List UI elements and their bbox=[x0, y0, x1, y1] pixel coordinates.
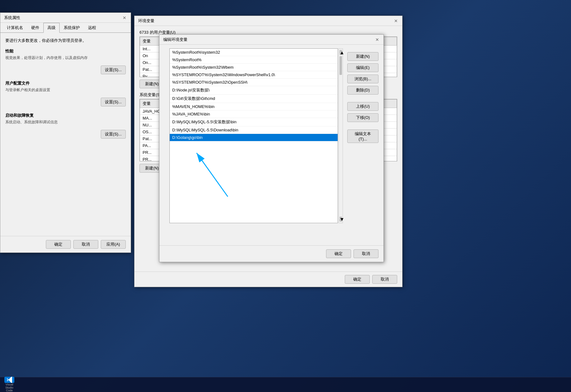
env-vars-title: 环境变量 bbox=[138, 18, 154, 24]
edit-env-edit-button[interactable]: 编辑(E) bbox=[347, 63, 378, 72]
edit-env-move-up-button[interactable]: 上移(U) bbox=[347, 102, 378, 111]
edit-env-close-button[interactable]: ✕ bbox=[373, 36, 381, 43]
scrollbar-thumb[interactable] bbox=[339, 56, 342, 75]
list-item[interactable]: D:\MySQL\MySQL-5.5\Download\bin bbox=[170, 126, 338, 134]
list-item[interactable]: D:\Node.js\安装数据\ bbox=[170, 86, 338, 95]
sys-props-tabs: 计算机名 硬件 高级 系统保护 远程 bbox=[0, 23, 131, 33]
env-cancel-button[interactable]: 取消 bbox=[372, 275, 397, 284]
edit-env-new-button[interactable]: 新建(N) bbox=[347, 52, 378, 61]
sys-props-title: 系统属性 bbox=[4, 15, 20, 21]
edit-env-bottom: 确定 取消 bbox=[159, 245, 383, 262]
env-vars-close-button[interactable]: ✕ bbox=[392, 17, 400, 25]
user-profile-settings-button[interactable]: 设置(S)... bbox=[101, 98, 126, 106]
vscode-label: VisualStudioCode bbox=[5, 383, 13, 392]
sys-props-titlebar: 系统属性 ✕ bbox=[0, 13, 131, 23]
edit-env-move-down-button[interactable]: 下移(O) bbox=[347, 113, 378, 122]
performance-settings-button[interactable]: 设置(S)... bbox=[101, 66, 126, 74]
sys-props-window: 系统属性 ✕ 计算机名 硬件 高级 系统保护 远程 要进行大多数更改，你必须作为… bbox=[0, 12, 131, 253]
scrollbar-up-arrow[interactable]: ▲ bbox=[339, 50, 342, 55]
tab-advanced[interactable]: 高级 bbox=[43, 23, 60, 33]
sys-props-cancel-button[interactable]: 取消 bbox=[73, 240, 98, 249]
edit-env-titlebar: 编辑环境变量 ✕ bbox=[159, 35, 383, 45]
sys-props-close-button[interactable]: ✕ bbox=[121, 14, 128, 22]
startup-recovery-desc: 系统启动、系统故障和调试信息 bbox=[5, 120, 126, 125]
sys-props-bottom: 确定 取消 应用(A) bbox=[0, 236, 131, 252]
sys-props-content: 要进行大多数更改，你必须作为管理员登录。 性能 视觉效果，处理器计划，内存使用，… bbox=[0, 33, 131, 150]
list-item[interactable]: D:\MySQL\MySQL-5.5\安装数据\bin bbox=[170, 118, 338, 126]
taskbar: VisualStudioCode bbox=[0, 377, 571, 392]
edit-env-window: 编辑环境变量 ✕ %SystemRoot%\system32 %SystemRo… bbox=[159, 34, 384, 262]
edit-env-delete-button[interactable]: 删除(D) bbox=[347, 86, 378, 95]
list-item[interactable]: %SYSTEMROOT%\System32\OpenSSH\ bbox=[170, 79, 338, 86]
list-item[interactable]: D:\Git\安装数据\Git\cmd bbox=[170, 95, 338, 103]
edit-env-ok-button[interactable]: 确定 bbox=[326, 249, 351, 258]
list-scrollbar[interactable]: ▲ ▼ bbox=[339, 48, 343, 223]
user-profile-title: 用户配置文件 bbox=[5, 81, 126, 86]
edit-env-title: 编辑环境变量 bbox=[163, 37, 188, 42]
edit-env-cancel-button[interactable]: 取消 bbox=[354, 249, 378, 258]
user-profile-desc: 与登录帐户相关的桌面设置 bbox=[5, 87, 126, 93]
performance-title: 性能 bbox=[5, 48, 126, 54]
sys-warning-text: 要进行大多数更改，你必须作为管理员登录。 bbox=[5, 38, 126, 43]
env-vars-titlebar: 环境变量 ✕ bbox=[134, 16, 402, 26]
list-item[interactable]: %MAVEN_HOME%\bin bbox=[170, 103, 338, 110]
list-item[interactable]: %SystemRoot%\system32 bbox=[170, 49, 338, 56]
sys-props-ok-button[interactable]: 确定 bbox=[46, 240, 71, 249]
performance-desc: 视觉效果，处理器计划，内存使用，以及虚拟内存 bbox=[5, 55, 126, 61]
tab-remote[interactable]: 远程 bbox=[84, 23, 100, 33]
list-item[interactable]: %JAVA_HOME%\bin bbox=[170, 110, 338, 118]
list-item[interactable]: %SYSTEMROOT%\System32\WindowsPowerShell\… bbox=[170, 71, 338, 79]
edit-env-browse-button[interactable]: 浏览(B)... bbox=[347, 75, 378, 83]
edit-env-edit-text-button[interactable]: 编辑文本(T)... bbox=[347, 130, 378, 143]
env-ok-button[interactable]: 确定 bbox=[345, 275, 370, 284]
list-item-selected[interactable]: D:\Golang\go\bin bbox=[170, 134, 338, 141]
tab-computer-name[interactable]: 计算机名 bbox=[3, 23, 27, 33]
startup-recovery-settings-button[interactable]: 设置(S)... bbox=[101, 130, 126, 139]
vscode-icon bbox=[4, 377, 14, 383]
edit-env-action-buttons: 新建(N) 编辑(E) 浏览(B)... 删除(D) 上移(U) 下移(O) 编… bbox=[347, 52, 378, 143]
edit-env-list-container: %SystemRoot%\system32 %SystemRoot% %Syst… bbox=[164, 48, 343, 223]
startup-recovery-title: 启动和故障恢复 bbox=[5, 113, 126, 118]
sys-props-apply-button[interactable]: 应用(A) bbox=[101, 240, 126, 249]
scrollbar-down-arrow[interactable]: ▼ bbox=[339, 217, 342, 222]
vscode-taskbar-icon[interactable]: VisualStudioCode bbox=[2, 378, 16, 392]
list-item[interactable]: %SystemRoot% bbox=[170, 56, 338, 64]
tab-hardware[interactable]: 硬件 bbox=[27, 23, 43, 33]
edit-env-list[interactable]: %SystemRoot%\system32 %SystemRoot% %Syst… bbox=[169, 48, 338, 223]
tab-sys-protection[interactable]: 系统保护 bbox=[60, 23, 84, 33]
env-vars-bottom: 确定 取消 bbox=[134, 272, 402, 287]
list-item[interactable]: %SystemRoot%\System32\Wbem bbox=[170, 64, 338, 71]
